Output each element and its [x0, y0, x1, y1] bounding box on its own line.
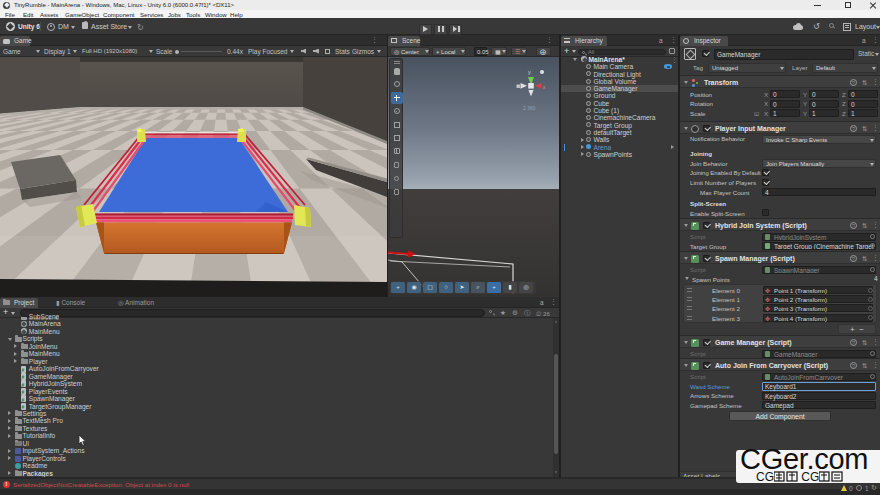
svg-text:y: y [528, 69, 531, 75]
svg-text:2 360: 2 360 [523, 105, 536, 111]
